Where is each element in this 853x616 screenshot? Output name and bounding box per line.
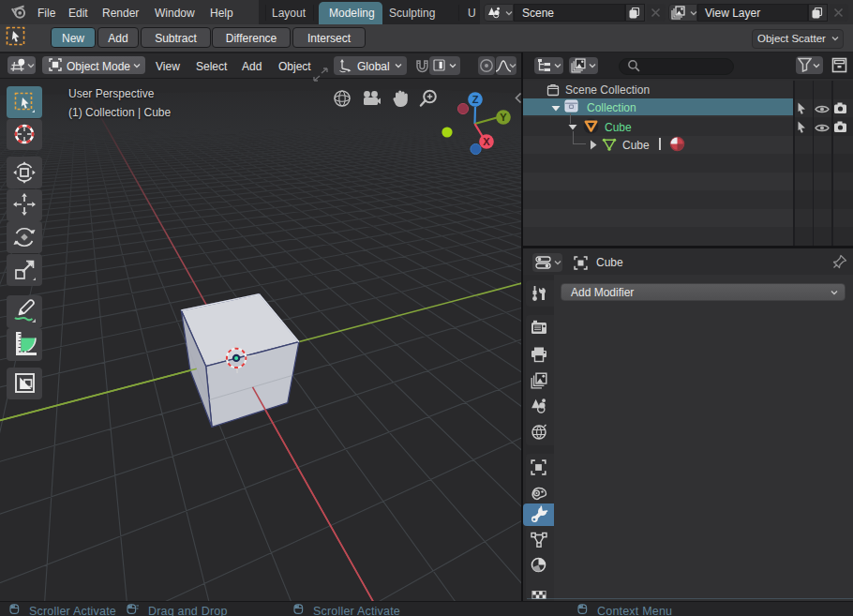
svg-text:X: X [483, 136, 490, 147]
svg-text:Y: Y [500, 112, 507, 123]
svg-text:Z: Z [472, 94, 479, 105]
